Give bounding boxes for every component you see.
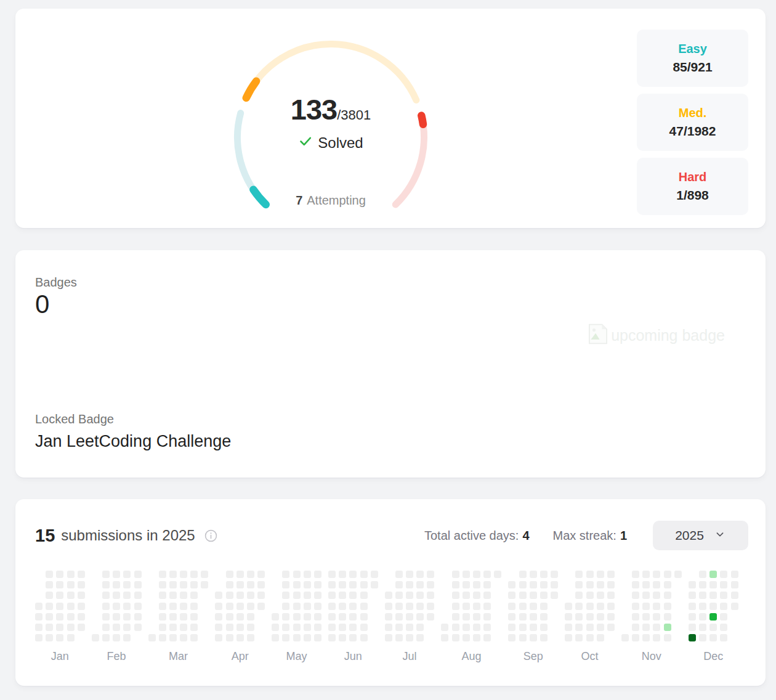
heatmap-cell — [293, 603, 301, 610]
heatmap-cell — [247, 634, 254, 641]
heatmap-month-feb: Feb — [92, 571, 142, 663]
heatmap-cell — [664, 592, 671, 599]
heatmap-cell — [586, 634, 594, 641]
heatmap-cell — [395, 613, 403, 621]
heatmap-cell — [56, 624, 63, 631]
heatmap-cell — [689, 624, 696, 631]
info-icon[interactable] — [204, 529, 218, 543]
heatmap-cell — [226, 581, 233, 588]
heatmap-month-may: May — [272, 571, 321, 663]
heatmap-cell — [699, 634, 706, 641]
heatmap-cell — [236, 634, 244, 641]
heatmap-cell — [565, 634, 572, 641]
heatmap-cell — [360, 624, 368, 631]
heatmap-cell — [720, 581, 727, 588]
heatmap-week-column — [483, 571, 491, 641]
heatmap-cell — [709, 581, 717, 588]
heatmap-week-column — [134, 571, 142, 641]
heatmap-cell — [35, 603, 42, 610]
heatmap-cell-active — [689, 634, 696, 641]
heatmap-cell — [169, 571, 177, 578]
heatmap-week-column — [102, 571, 110, 641]
heatmap-cell — [123, 603, 131, 610]
heatmap-cell — [508, 624, 515, 631]
heatmap-cell — [575, 581, 583, 588]
heatmap-cell — [247, 613, 254, 621]
heatmap-cell — [463, 603, 470, 610]
heatmap-cell — [314, 603, 321, 610]
heatmap-cell — [78, 603, 85, 610]
heatmap-cell — [395, 634, 403, 641]
heatmap-cell — [328, 624, 336, 631]
heatmap-cell — [441, 634, 448, 641]
heatmap-cell — [699, 603, 706, 610]
heatmap-cell — [709, 603, 717, 610]
heatmap-cell — [642, 571, 650, 578]
heatmap-cell — [159, 634, 166, 641]
heatmap-cell — [632, 581, 639, 588]
heatmap-cell — [304, 592, 311, 599]
year-selector-dropdown[interactable]: 2025 — [653, 521, 748, 550]
heatmap-cell — [236, 624, 244, 631]
heatmap-cell — [385, 634, 392, 641]
heatmap-week-column — [67, 571, 75, 641]
submission-heatmap: JanFebMarAprMayJunJulAugSepOctNovDec — [35, 571, 738, 663]
heatmap-cell — [597, 613, 604, 621]
heatmap-cell — [190, 613, 198, 621]
heatmap-cell — [395, 581, 403, 588]
heatmap-cell — [632, 592, 639, 599]
heatmap-cell — [731, 581, 738, 588]
heatmap-cell — [92, 634, 99, 641]
heatmap-cell — [406, 634, 413, 641]
heatmap-month-grid — [565, 571, 615, 641]
heatmap-cell — [483, 592, 491, 599]
heatmap-week-column — [215, 571, 222, 641]
heatmap-month-grid — [328, 571, 378, 641]
heatmap-month-oct: Oct — [565, 571, 615, 663]
heatmap-cell — [282, 592, 289, 599]
heatmap-week-column — [508, 571, 515, 641]
heatmap-month-label: Jul — [385, 650, 435, 663]
heatmap-cell — [215, 592, 222, 599]
heatmap-cell — [180, 603, 187, 610]
attempting-count: 7 — [296, 193, 302, 207]
heatmap-cell — [328, 634, 336, 641]
heatmap-cell — [349, 624, 357, 631]
heatmap-cell — [67, 603, 75, 610]
heatmap-cell — [530, 613, 537, 621]
heatmap-cell — [427, 581, 434, 588]
heatmap-week-column — [385, 571, 392, 641]
heatmap-cell — [46, 571, 53, 578]
heatmap-cell — [293, 624, 301, 631]
heatmap-cell — [473, 624, 480, 631]
heatmap-cell — [483, 613, 491, 621]
heatmap-week-column — [709, 571, 717, 641]
heatmap-month-sep: Sep — [508, 571, 558, 663]
heatmap-cell — [473, 571, 480, 578]
heatmap-cell — [473, 581, 480, 588]
heatmap-cell — [46, 592, 53, 599]
heatmap-cell — [282, 571, 289, 578]
heatmap-week-column — [416, 571, 424, 641]
heatmap-cell — [201, 581, 208, 588]
heatmap-cell — [328, 581, 336, 588]
heatmap-cell — [190, 581, 198, 588]
heatmap-month-aug: Aug — [441, 571, 501, 663]
heatmap-week-column — [653, 571, 660, 641]
heatmap-cell — [247, 624, 254, 631]
heatmap-cell — [113, 603, 120, 610]
heatmap-cell — [540, 571, 548, 578]
attempting-row: 7Attempting — [238, 193, 423, 208]
heatmap-month-grid — [272, 571, 321, 641]
heatmap-cell — [257, 592, 265, 599]
heatmap-cell-active — [709, 571, 717, 578]
heatmap-cell — [494, 571, 501, 578]
heatmap-cell — [169, 613, 177, 621]
heatmap-cell — [699, 613, 706, 621]
heatmap-cell — [642, 592, 650, 599]
heatmap-cell — [293, 613, 301, 621]
heatmap-cell — [236, 592, 244, 599]
heatmap-cell — [349, 613, 357, 621]
heatmap-cell — [632, 634, 639, 641]
heatmap-cell — [416, 592, 424, 599]
